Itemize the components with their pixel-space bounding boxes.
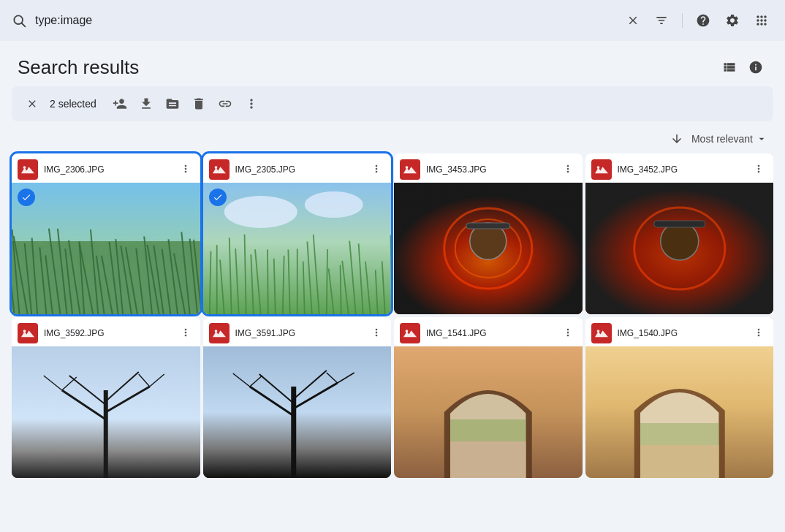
svg-line-44 (235, 248, 239, 314)
svg-line-21 (110, 242, 118, 314)
photo-card[interactable]: IMG_2305.JPG (203, 153, 392, 314)
card-image (203, 346, 392, 478)
svg-line-14 (65, 248, 72, 314)
photo-card[interactable]: IMG_1540.JPG (585, 317, 774, 478)
card-more-button[interactable] (368, 325, 385, 342)
svg-line-46 (251, 254, 253, 314)
svg-rect-73 (466, 223, 510, 229)
svg-point-35 (214, 166, 217, 169)
svg-line-48 (268, 249, 268, 314)
card-more-button[interactable] (559, 162, 577, 178)
svg-line-40 (209, 251, 211, 314)
svg-point-91 (214, 330, 217, 332)
svg-rect-106 (450, 441, 526, 478)
file-name: IMG_3591.JPG (235, 328, 363, 338)
svg-line-6 (12, 229, 20, 314)
svg-line-32 (181, 232, 189, 314)
svg-point-38 (304, 191, 363, 218)
svg-line-22 (115, 239, 123, 314)
card-header: IMG_1541.JPG (394, 317, 583, 346)
get-link-button[interactable] (213, 92, 237, 115)
card-more-button[interactable] (559, 325, 577, 342)
svg-line-11 (45, 255, 53, 314)
svg-line-56 (326, 249, 327, 314)
selection-count: 2 selected (50, 98, 96, 110)
file-type-icon (400, 323, 420, 343)
svg-line-20 (102, 256, 113, 314)
photo-card[interactable]: IMG_3452.JPG (585, 153, 774, 314)
svg-line-5 (12, 240, 15, 314)
svg-line-31 (174, 254, 185, 314)
photo-grid: IMG_2306.JPG (0, 153, 785, 490)
card-image-wrap (394, 346, 583, 478)
deselect-all-button[interactable] (23, 95, 41, 113)
svg-line-8 (25, 243, 31, 314)
svg-line-60 (349, 241, 356, 314)
card-image (394, 183, 583, 314)
svg-point-107 (596, 330, 599, 332)
svg-line-13 (58, 229, 67, 314)
share-button[interactable] (108, 92, 132, 115)
svg-line-65 (390, 235, 391, 314)
file-name: IMG_1540.JPG (618, 328, 745, 338)
svg-line-50 (282, 256, 284, 314)
more-options-button[interactable] (240, 92, 263, 115)
card-image-wrap (585, 346, 774, 478)
photo-card[interactable]: IMG_2306.JPG (12, 153, 200, 314)
selection-bar: 2 selected (12, 86, 773, 121)
card-more-button[interactable] (177, 162, 194, 178)
svg-line-45 (244, 235, 246, 314)
svg-line-24 (126, 247, 137, 314)
download-button[interactable] (134, 92, 158, 115)
card-header: IMG_3592.JPG (12, 317, 200, 346)
svg-rect-79 (653, 221, 705, 227)
photo-card[interactable]: IMG_3453.JPG (394, 153, 583, 314)
file-name: IMG_1541.JPG (426, 328, 553, 338)
settings-button[interactable] (721, 9, 744, 32)
sort-direction-button[interactable] (668, 130, 686, 148)
card-image (12, 183, 200, 314)
file-name: IMG_3453.JPG (426, 164, 553, 175)
card-image-wrap (12, 183, 200, 314)
card-more-button[interactable] (750, 325, 767, 342)
photo-card[interactable]: IMG_1541.JPG (394, 317, 583, 478)
svg-line-47 (255, 249, 261, 314)
svg-line-26 (144, 237, 152, 314)
card-more-button[interactable] (177, 325, 194, 342)
move-to-button[interactable] (161, 92, 184, 115)
svg-point-37 (224, 196, 297, 228)
svg-line-10 (39, 247, 46, 314)
delete-button[interactable] (187, 92, 211, 115)
card-header: IMG_3591.JPG (203, 317, 392, 346)
page-title: Search results (18, 56, 139, 79)
file-type-icon (18, 159, 38, 180)
card-image-wrap (203, 183, 392, 314)
svg-line-53 (303, 262, 304, 314)
list-view-button[interactable] (718, 56, 741, 79)
page-header: Search results (0, 41, 785, 86)
apps-button[interactable] (750, 9, 773, 32)
svg-line-59 (342, 261, 349, 314)
card-more-button[interactable] (368, 162, 385, 178)
photo-card[interactable]: IMG_3591.JPG (203, 317, 392, 478)
card-more-button[interactable] (750, 162, 767, 178)
info-button[interactable] (744, 56, 767, 79)
file-type-icon (591, 323, 612, 343)
search-icon (12, 13, 26, 28)
svg-point-78 (660, 222, 698, 260)
sort-dropdown[interactable]: Most relevant (691, 133, 767, 145)
search-input[interactable] (35, 14, 613, 27)
filter-button[interactable] (650, 9, 673, 32)
file-name: IMG_2305.JPG (235, 164, 363, 175)
card-image (394, 346, 583, 478)
help-button[interactable] (691, 9, 715, 32)
svg-line-15 (69, 240, 80, 314)
card-image (12, 346, 200, 478)
svg-line-12 (49, 229, 61, 314)
clear-search-button[interactable] (622, 10, 644, 31)
photo-card[interactable]: IMG_3592.JPG (12, 317, 200, 478)
svg-line-33 (190, 239, 198, 314)
file-type-icon (400, 159, 420, 180)
card-header: IMG_1540.JPG (585, 317, 774, 346)
search-bar (0, 0, 785, 41)
